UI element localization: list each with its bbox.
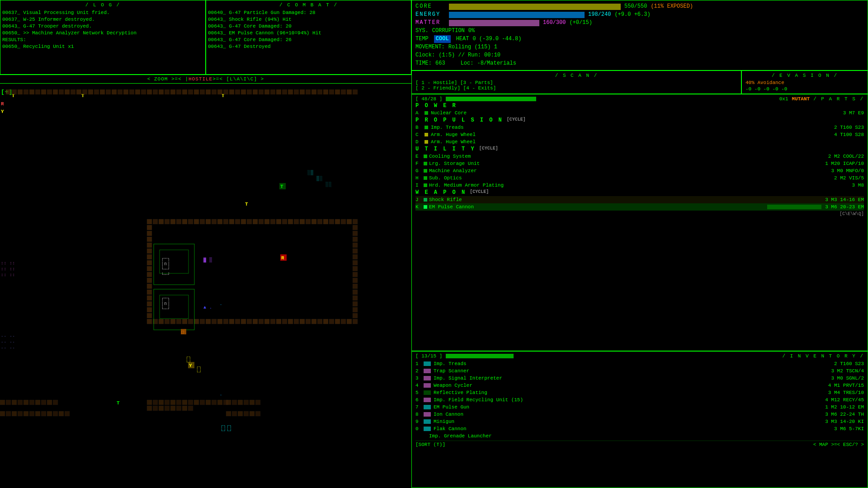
map-esc-label[interactable]: < MAP >=< ESC/? > xyxy=(813,442,864,447)
map-area[interactable]: .wall { fill: #5a3a1a; stroke: #333; str… xyxy=(0,84,411,479)
svg-text:□: □ xyxy=(181,330,184,335)
svg-rect-116 xyxy=(353,260,358,265)
inv-icon-7 xyxy=(424,405,431,409)
utility-section-label: U T I L I T Y [CYCLE] xyxy=(415,146,864,152)
svg-rect-33 xyxy=(159,89,164,94)
svg-rect-38 xyxy=(188,89,193,94)
svg-rect-157 xyxy=(276,319,281,324)
inventory-progress xyxy=(446,353,778,359)
inv-row-7[interactable]: 7 EM Pulse Gun 1 M2 10-12 EM xyxy=(415,404,864,411)
matter-value: 160/300 xyxy=(543,19,566,27)
inv-row-9[interactable]: 9 Minigun 3 M3 14-20 KI xyxy=(415,418,864,425)
svg-rect-51 xyxy=(264,89,269,94)
svg-rect-161 xyxy=(300,319,305,324)
svg-text:T: T xyxy=(117,400,120,406)
svg-rect-150 xyxy=(235,319,240,324)
parts-panel: [ 48/28 ] 0x1 MUTANT / P A R T S / P O W… xyxy=(411,94,868,351)
svg-rect-88 xyxy=(270,219,275,224)
svg-rect-213 xyxy=(41,411,46,416)
svg-rect-217 xyxy=(65,411,70,416)
svg-text:▒: ▒ xyxy=(209,257,212,263)
svg-text:.. ..: .. .. xyxy=(1,345,15,350)
sort-label[interactable]: [SORT (T)] xyxy=(415,442,445,447)
inventory-title: / I N V E N T O R Y / xyxy=(782,353,864,359)
part-row-A[interactable]: A Nuclear Core 3 M7 E9 xyxy=(415,109,864,117)
inv-row-0[interactable]: 0 Flak Cannon 3 M6 5-7KI xyxy=(415,425,864,432)
inv-row-4[interactable]: 4 Weapon Cycler 4 M1 PRVT/15 xyxy=(415,382,864,389)
svg-rect-139 xyxy=(170,319,175,324)
svg-rect-54 xyxy=(282,89,287,94)
svg-text:▲: ▲ xyxy=(203,305,207,310)
svg-rect-215 xyxy=(53,411,58,416)
svg-rect-57 xyxy=(300,89,305,94)
svg-rect-66 xyxy=(353,89,358,94)
corruption-row: SYS. CORRUPTION 0% xyxy=(415,27,864,35)
svg-rect-152 xyxy=(247,319,252,324)
svg-rect-17 xyxy=(65,89,70,94)
svg-text:.: . xyxy=(220,302,222,306)
svg-rect-111 xyxy=(147,249,152,253)
loc-value: -8/Materials xyxy=(477,60,516,67)
part-row-K[interactable]: K EM Pulse Cannon 3 M6 20-23 EM xyxy=(415,203,864,211)
svg-rect-124 xyxy=(353,284,358,289)
svg-rect-260 xyxy=(153,406,158,411)
svg-rect-16 xyxy=(59,89,64,94)
svg-text:R: R xyxy=(281,255,285,261)
svg-text:T: T xyxy=(280,184,284,189)
part-row-C[interactable]: C Arm. Huge Wheel 4 T100 S28 xyxy=(415,131,864,138)
svg-rect-32 xyxy=(153,89,158,94)
svg-rect-250 xyxy=(176,400,181,405)
svg-rect-121 xyxy=(147,278,152,283)
loc-label: Loc: xyxy=(461,60,474,67)
part-row-D[interactable]: D Arm. Huge Wheel xyxy=(415,138,864,145)
svg-rect-265 xyxy=(182,406,187,411)
movement-row: MOVEMENT: Rolling (115) 1 xyxy=(415,43,864,51)
part-row-H[interactable]: H Sub. Optics 2 M2 VIS/5 xyxy=(415,174,864,182)
svg-rect-251 xyxy=(182,400,187,405)
svg-rect-159 xyxy=(288,319,293,324)
svg-rect-259 xyxy=(147,406,152,411)
svg-rect-199 xyxy=(18,400,23,405)
log-panel: / L O G / 00637_ Visual Processing Unit … xyxy=(0,0,206,75)
svg-rect-43 xyxy=(217,89,222,94)
svg-text:R: R xyxy=(1,101,5,107)
svg-rect-18 xyxy=(71,89,75,94)
inv-icon-1 xyxy=(424,361,431,366)
inv-row-3[interactable]: 3 Imp. Signal Interpreter 3 M0 SGNL/2 xyxy=(415,375,864,382)
svg-rect-36 xyxy=(176,89,181,94)
part-row-I[interactable]: I Hrd. Medium Armor Plating 3 M8 xyxy=(415,182,864,189)
svg-rect-266 xyxy=(188,406,193,411)
part-row-E[interactable]: E Cooling System 2 M2 COOL/22 xyxy=(415,153,864,160)
scan-item-1[interactable]: [ 2 - Friendly] [4 - Exits] xyxy=(415,85,737,91)
inv-row-8[interactable]: 8 Ion Cannon 3 M6 22-24 TH xyxy=(415,411,864,418)
part-row-F[interactable]: F Lrg. Storage Unit 1 M20 ICAP/10 xyxy=(415,160,864,167)
svg-text:▒░: ▒░ xyxy=(316,176,323,181)
inv-row-2[interactable]: 2 Trap Scanner 3 M2 TSCN/4 xyxy=(415,367,864,375)
svg-rect-147 xyxy=(217,319,222,324)
inv-row-6[interactable]: 6 Imp. Field Recycling Unit (15) 4 M12 R… xyxy=(415,396,864,404)
svg-rect-58 xyxy=(306,89,311,94)
inv-row-5[interactable]: 5 Reflective Plating 3 M4 TRES/10 xyxy=(415,389,864,396)
svg-rect-245 xyxy=(147,400,152,405)
core-bar xyxy=(449,4,621,10)
part-row-B[interactable]: B Imp. Treads 2 T160 S23 xyxy=(415,124,864,131)
svg-rect-95 xyxy=(311,219,316,224)
inventory-panel: [ 13/15 ] / I N V E N T O R Y / 1 Imp. T… xyxy=(411,351,868,488)
svg-text:.. ..: .. .. xyxy=(1,333,15,338)
svg-rect-132 xyxy=(353,307,358,312)
svg-rect-35 xyxy=(170,89,175,94)
core-label: CORE xyxy=(415,3,447,10)
svg-rect-258 xyxy=(223,400,228,405)
svg-rect-118 xyxy=(353,266,358,271)
time-value: 663 xyxy=(435,60,445,67)
part-row-J[interactable]: J Shock Rifle 3 M3 14-16 EM xyxy=(415,196,864,203)
svg-rect-106 xyxy=(353,231,358,236)
svg-rect-11 xyxy=(29,89,34,94)
inv-row-1[interactable]: 1 Imp. Treads 2 T160 S23 xyxy=(415,360,864,367)
svg-rect-65 xyxy=(347,89,352,94)
part-row-G[interactable]: G Machine Analyzer 3 M0 MNFO/0 xyxy=(415,167,864,174)
svg-rect-10 xyxy=(24,89,28,94)
scan-item-0[interactable]: [ 1 - Hostile] [3 - Parts] xyxy=(415,80,737,85)
matter-row: MATTER 160/300 (+0/15) xyxy=(415,19,864,27)
svg-rect-261 xyxy=(159,406,164,411)
